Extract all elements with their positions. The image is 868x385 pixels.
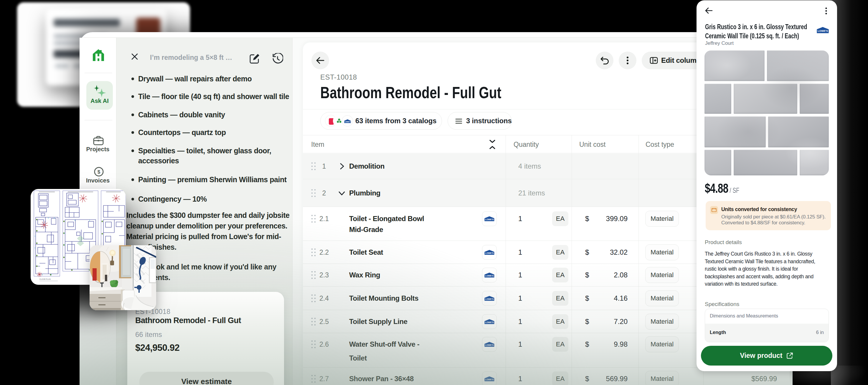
svg-text:FLOOR PLAN: FLOOR PLAN: [39, 278, 51, 280]
svg-text:LOWE'S: LOWE'S: [485, 344, 494, 346]
svg-text:LOWE'S: LOWE'S: [485, 252, 494, 255]
svg-text:LOWE'S: LOWE'S: [817, 29, 828, 32]
svg-text:LOWE'S: LOWE'S: [344, 121, 351, 123]
svg-text:LOWE'S: LOWE'S: [485, 378, 494, 381]
svg-text:LOWE'S: LOWE'S: [485, 274, 494, 277]
svg-text:$: $: [97, 169, 100, 175]
svg-text:LOWE'S: LOWE'S: [485, 298, 494, 300]
svg-text:LOWE'S: LOWE'S: [485, 321, 494, 324]
svg-text:LOWE'S: LOWE'S: [485, 218, 494, 221]
